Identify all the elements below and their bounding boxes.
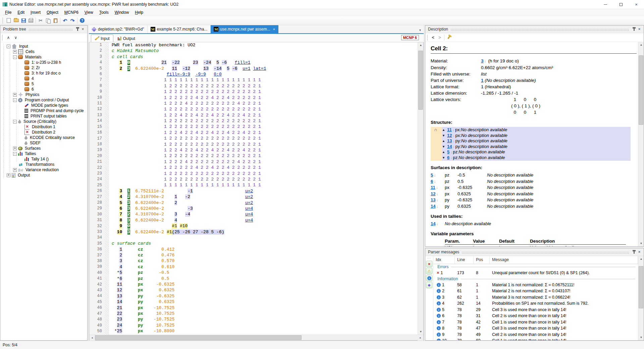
tree-item[interactable]: +Surfaces bbox=[0, 146, 87, 151]
goto-icon[interactable]: ↓ bbox=[434, 173, 436, 178]
code-line[interactable]: 1 2 2 2 2 2 2 2 2 2 2 2 2 2 2 2 2 2 1 bbox=[112, 177, 418, 182]
menu-insert[interactable]: Insert bbox=[28, 9, 44, 15]
code-line[interactable]: 1 2 2 2 2 2 2 2 2 2 2 2 2 2 2 2 2 2 1 bbox=[112, 106, 418, 112]
tree-item[interactable]: ✕Distribution 2 bbox=[0, 130, 87, 135]
code-line[interactable]: 4 cz 0.610 bbox=[112, 264, 418, 270]
structure-row[interactable]: ▼14↓ py: No description available bbox=[442, 144, 507, 150]
goto-icon[interactable]: ↓ bbox=[436, 185, 438, 190]
scroll-up-icon[interactable]: ▲ bbox=[638, 256, 644, 262]
parser-message-row[interactable]: i107860Cell 1 is used more than once in … bbox=[433, 338, 638, 340]
filter-errors-button[interactable]: × bbox=[426, 261, 432, 267]
surface-link[interactable]: 6 bbox=[431, 179, 433, 184]
tree-item[interactable]: 4 bbox=[0, 76, 87, 81]
code-line[interactable]: 4 2 4.310700e-2 1 -2 u=2 bbox=[112, 194, 418, 200]
close-button[interactable]: × bbox=[629, 0, 644, 9]
undo-button[interactable]: ↶ bbox=[61, 17, 69, 24]
column-header[interactable]: Pos bbox=[474, 256, 490, 264]
parser-message-row[interactable]: i2611Material 2 is not normalized: Σ = 0… bbox=[433, 288, 638, 294]
goto-icon[interactable]: ↓ bbox=[450, 149, 452, 155]
code-line[interactable]: 1 0 21 -22 23 -24 5 -6 fill=1 bbox=[112, 60, 418, 65]
surface-link[interactable]: 3 bbox=[481, 58, 484, 63]
parser-message-row[interactable]: i97849Cell 2 is used more than once in t… bbox=[433, 332, 638, 338]
menu-view[interactable]: View bbox=[82, 9, 96, 15]
print-button[interactable] bbox=[27, 17, 35, 24]
scroll-down-icon[interactable]: ▼ bbox=[418, 329, 423, 335]
expand-icon[interactable]: + bbox=[13, 147, 17, 150]
tree-item[interactable]: ✕Distribution 1 bbox=[0, 124, 87, 130]
code-line[interactable]: 1 2 2 2 2 2 2 2 2 2 2 2 2 2 2 2 2 2 1 bbox=[112, 153, 418, 159]
code-line[interactable]: 1 2 2 2 2 2 2 2 2 2 2 2 2 2 2 2 2 2 1 bbox=[112, 171, 418, 177]
code-line[interactable]: 1 2 2 2 4 2 2 2 2 2 2 2 2 2 4 2 2 2 1 bbox=[112, 101, 418, 106]
column-header[interactable]: Line bbox=[455, 256, 474, 264]
open-button[interactable] bbox=[12, 17, 20, 24]
structure-row[interactable]: ▼6↓ pz: No description available bbox=[442, 155, 507, 161]
pin-icon[interactable] bbox=[75, 27, 80, 32]
code-line[interactable]: 1 2 2 2 2 2 2 2 2 2 2 2 2 2 2 2 2 2 1 bbox=[112, 124, 418, 130]
goto-icon[interactable]: ↓ bbox=[452, 138, 454, 144]
code-line[interactable]: 1 2 2 2 2 2 2 2 2 2 2 2 2 2 2 2 2 2 1 bbox=[112, 118, 418, 124]
code-line[interactable]: c cell cards bbox=[112, 54, 418, 60]
tree-item[interactable]: PRDMP Print and dump cycle bbox=[0, 108, 87, 113]
code-line[interactable]: *5 pz -0.5 bbox=[112, 270, 418, 276]
tree-item[interactable]: +Cells bbox=[0, 49, 87, 54]
copy-button[interactable] bbox=[44, 17, 52, 24]
filter-information-button[interactable]: i bbox=[426, 275, 432, 281]
scroll-down-icon[interactable]: ▼ bbox=[638, 241, 644, 246]
menu-mcnp6[interactable]: MCNP6 bbox=[61, 9, 82, 15]
document-tab[interactable]: depletion.sp2: "BWR+Gd" bbox=[89, 25, 148, 33]
code-line[interactable]: 1 1 1 1 1 1 1 1 1 1 1 1 1 1 1 1 1 1 1 bbox=[112, 182, 418, 188]
close-panel-icon[interactable]: × bbox=[80, 27, 86, 32]
code-line[interactable]: c Hideki Matsumoto bbox=[112, 48, 418, 54]
new-button[interactable] bbox=[5, 17, 12, 24]
scroll-up-icon[interactable]: ▲ bbox=[418, 42, 423, 48]
code-line[interactable]: 9 0 #1 #10 bbox=[112, 223, 418, 229]
tree-item[interactable]: +f(x)Variance reduction bbox=[0, 167, 87, 172]
code-line[interactable]: *25 px -10.8000 bbox=[112, 328, 418, 334]
filter-warnings-button[interactable]: ⚠ bbox=[426, 268, 432, 274]
goto-icon[interactable]: ↓ bbox=[484, 59, 486, 63]
filter-hints-button[interactable]: ◆ bbox=[426, 282, 432, 288]
collapse-icon[interactable]: - bbox=[13, 55, 17, 59]
goto-icon[interactable]: ↓ bbox=[452, 127, 454, 133]
pushpin-icon[interactable] bbox=[447, 36, 450, 39]
menu-edit[interactable]: Edit bbox=[14, 9, 28, 15]
message-group[interactable]: Errors bbox=[433, 264, 638, 270]
goto-icon[interactable]: ↓ bbox=[452, 133, 454, 139]
code-line[interactable] bbox=[112, 235, 418, 241]
tree-item[interactable]: 6 bbox=[0, 87, 87, 92]
code-pane[interactable]: PWR fuel assembly benchmark: UO2c Hideki… bbox=[109, 42, 418, 335]
surface-link[interactable]: 12 bbox=[447, 133, 452, 139]
code-line[interactable]: c surface cards bbox=[112, 241, 418, 246]
code-line[interactable]: *6 pz 0.5 bbox=[112, 276, 418, 282]
nav-forward-icon[interactable]: > bbox=[436, 34, 443, 41]
paste-button[interactable] bbox=[52, 17, 59, 24]
goto-icon[interactable]: ↓ bbox=[436, 198, 438, 202]
parser-message-row[interactable]: i426214Probabilities on SP1 are not norm… bbox=[433, 300, 638, 307]
surface-link[interactable]: 14 bbox=[447, 144, 452, 150]
pin-icon[interactable] bbox=[631, 27, 637, 32]
editor[interactable]: 1234567891011121314151617181920212223242… bbox=[89, 42, 424, 341]
structure-row[interactable]: ▲13↓ py: No description available bbox=[442, 138, 507, 144]
parser-scrollbar[interactable]: ▲ ▼ bbox=[638, 256, 644, 340]
code-line[interactable]: 1 2 2 2 2 2 4 2 2 4 2 2 4 2 2 2 2 2 1 bbox=[112, 95, 418, 101]
tree-item[interactable]: +Physics bbox=[0, 92, 87, 97]
code-line[interactable]: 1 2 2 2 2 2 2 2 2 2 2 2 2 2 2 2 2 2 1 bbox=[112, 136, 418, 141]
tree-item[interactable]: 1: u-235 u-238 h bbox=[0, 60, 87, 65]
code-line[interactable]: 22 px 10.7525 bbox=[112, 311, 418, 316]
tree-item[interactable]: -Materials bbox=[0, 54, 87, 60]
close-tab-icon[interactable]: × bbox=[273, 27, 275, 31]
code-line[interactable]: 13 py -0.6325 bbox=[112, 293, 418, 299]
code-line[interactable]: 23 py -10.7525 bbox=[112, 316, 418, 322]
surface-link[interactable]: 5 bbox=[431, 172, 433, 178]
code-line[interactable]: 2 3 6.622400e-2 11 -12 13 -14 5 -6 u=1 l… bbox=[112, 66, 418, 71]
goto-icon[interactable]: ↓ bbox=[450, 155, 452, 161]
code-line[interactable]: 1 2 2 2 2 2 4 2 2 4 2 2 4 2 2 2 2 2 1 bbox=[112, 165, 418, 170]
code-line[interactable]: 1 2 2 4 2 2 4 2 2 4 2 2 4 2 2 4 2 2 1 bbox=[112, 130, 418, 136]
menu-tools[interactable]: Tools bbox=[96, 9, 112, 15]
parser-message-row[interactable]: i77842Cell 1 is used more than once in t… bbox=[433, 319, 638, 326]
scroll-down-icon[interactable]: ▼ bbox=[638, 335, 644, 340]
surface-link[interactable]: 11 bbox=[431, 185, 435, 190]
tab-input[interactable]: Input bbox=[91, 35, 113, 42]
expand-icon[interactable]: + bbox=[13, 93, 17, 97]
code-line[interactable]: 5 3 6.622400e-2 2 u=2 bbox=[112, 200, 418, 206]
